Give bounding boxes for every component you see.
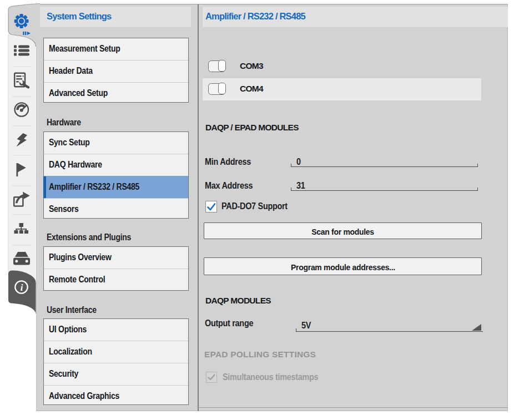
svg-text:i: i: [21, 282, 23, 293]
